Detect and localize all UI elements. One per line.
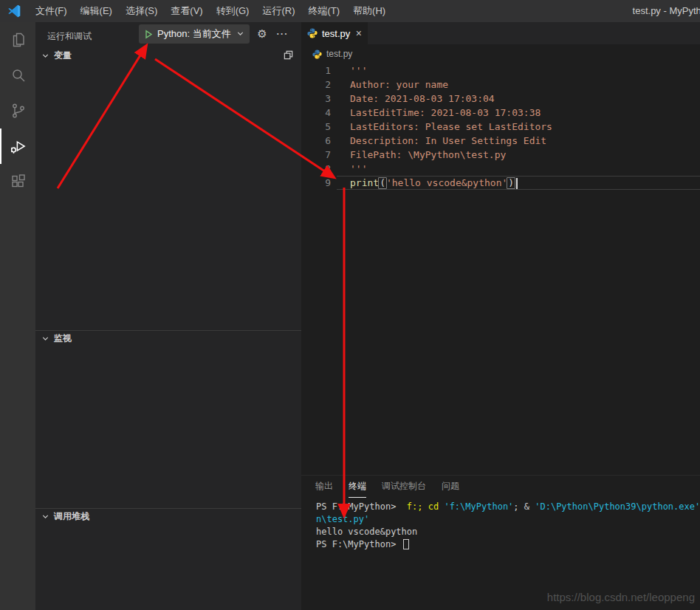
chevron-down-icon (41, 52, 49, 60)
menu-item[interactable]: 运行(R) (255, 0, 301, 22)
code-token: FilePath: \MyPython\test.py (350, 149, 506, 160)
source-control-icon[interactable] (0, 93, 35, 128)
code-token: LastEditors: Please set LastEditors (350, 121, 552, 132)
editor-group: test.py × test.py 1'''2Author: your name… (301, 22, 700, 475)
code-line: 7FilePath: \MyPython\test.py (301, 148, 700, 162)
code-token: 'hello vscode&python' (386, 177, 507, 188)
run-and-debug-icon[interactable] (0, 128, 35, 164)
menu-item[interactable]: 终端(T) (301, 0, 346, 22)
line-number: 9 (301, 176, 337, 190)
run-debug-sidebar: 运行和调试 Python: 当前文件 ⚙ ⋯ 变量 监视 调用堆栈 (35, 22, 301, 610)
code-line: 2Author: your name (301, 78, 700, 92)
terminal-line: hello vscode&python (316, 526, 700, 538)
panel-tab[interactable]: 终端 (349, 476, 366, 498)
variables-section-header[interactable]: 变量 (35, 47, 301, 64)
terminal-line: PS F:\MyPython> f:; cd 'f:\MyPython'; & … (316, 501, 700, 513)
code-line: 9print('hello vscode&python') (301, 176, 700, 190)
panel-tab[interactable]: 问题 (442, 476, 459, 498)
terminal-line: n\test.py' (316, 513, 700, 526)
code-token: LastEditTime: 2021-08-03 17:03:38 (350, 107, 541, 118)
code-token: Date: 2021-08-03 17:03:04 (350, 93, 495, 104)
editor-group-icon[interactable] (283, 49, 294, 61)
terminal[interactable]: PS F:\MyPython> f:; cd 'f:\MyPython'; & … (301, 498, 700, 551)
panel-tab[interactable]: 调试控制台 (382, 476, 426, 498)
line-number: 6 (301, 134, 337, 148)
terminal-text: cd (428, 501, 445, 512)
title-bar: 文件(F)编辑(E)选择(S)查看(V)转到(G)运行(R)终端(T)帮助(H)… (0, 0, 700, 22)
menu-item[interactable]: 编辑(E) (74, 0, 119, 22)
debug-config-label: Python: 当前文件 (157, 27, 231, 41)
panel-tab[interactable]: 输出 (315, 476, 333, 498)
code-line: 4LastEditTime: 2021-08-03 17:03:38 (301, 106, 700, 120)
line-number: 3 (301, 92, 337, 106)
terminal-text: 'f:\MyPython' (444, 501, 513, 512)
line-number: 2 (301, 78, 337, 92)
call-stack-section-label: 调用堆栈 (54, 510, 89, 523)
code-line: 1''' (301, 64, 700, 78)
terminal-cursor (403, 539, 409, 549)
terminal-text: f:; (407, 501, 428, 512)
code-line: 3Date: 2021-08-03 17:03:04 (301, 92, 700, 106)
line-number: 1 (301, 64, 337, 78)
code-token: ''' (350, 65, 367, 76)
menu-item[interactable]: 转到(G) (210, 0, 256, 22)
code-line: 8''' (301, 162, 700, 176)
code-token: ''' (350, 163, 367, 174)
watch-section-header[interactable]: 监视 (35, 330, 301, 346)
terminal-text: ; & (513, 501, 535, 512)
more-actions-icon[interactable]: ⋯ (273, 24, 291, 44)
sidebar-title: 运行和调试 (47, 30, 92, 43)
code-line: 6Description: In User Settings Edit (301, 134, 700, 148)
activity-bar (0, 22, 35, 610)
variables-section-label: 变量 (54, 49, 72, 62)
chevron-down-icon (236, 29, 244, 40)
terminal-text: hello vscode&python (316, 527, 417, 537)
call-stack-section-header[interactable]: 调用堆栈 (35, 508, 301, 524)
terminal-text: 'D:\Python\Python39\python.exe' (535, 501, 700, 512)
extensions-icon[interactable] (0, 164, 35, 199)
python-file-icon (312, 49, 322, 59)
bottom-panel: 输出终端调试控制台问题 PS F:\MyPython> f:; cd 'f:\M… (301, 475, 700, 610)
line-number: 7 (301, 148, 337, 162)
menu-bar: 文件(F)编辑(E)选择(S)查看(V)转到(G)运行(R)终端(T)帮助(H) (29, 0, 392, 22)
menu-item[interactable]: 查看(V) (164, 0, 209, 22)
tab-label: test.py (322, 28, 350, 39)
editor-tab-bar: test.py × (301, 22, 700, 44)
watermark: https://blog.csdn.net/leoppeng (547, 591, 695, 603)
terminal-text: n\test.py' (316, 514, 369, 524)
debug-start-icon[interactable] (144, 30, 153, 39)
window-title: test.py - MyPytho (633, 0, 700, 22)
terminal-line: PS F:\MyPython> (316, 538, 700, 551)
search-icon[interactable] (0, 58, 35, 93)
breadcrumb[interactable]: test.py (301, 44, 700, 64)
debug-config-dropdown[interactable]: Python: 当前文件 (139, 24, 250, 44)
text-cursor (516, 178, 518, 189)
code-editor[interactable]: 1'''2Author: your name3Date: 2021-08-03 … (301, 64, 700, 190)
watch-section-label: 监视 (54, 332, 72, 345)
menu-item[interactable]: 选择(S) (119, 0, 164, 22)
panel-tabs: 输出终端调试控制台问题 (301, 476, 700, 498)
breadcrumb-file: test.py (326, 49, 352, 59)
close-icon[interactable]: × (356, 28, 362, 38)
menu-item[interactable]: 文件(F) (29, 0, 74, 22)
chevron-down-icon (41, 335, 49, 343)
line-number: 8 (301, 162, 337, 176)
code-token: print (350, 177, 379, 188)
terminal-text: PS F:\MyPython> (316, 501, 407, 512)
tab-test-py[interactable]: test.py × (301, 22, 368, 44)
code-token: ) (507, 177, 515, 189)
code-line: 5LastEditors: Please set LastEditors (301, 120, 700, 134)
line-number: 5 (301, 120, 337, 134)
line-number: 4 (301, 106, 337, 120)
menu-item[interactable]: 帮助(H) (346, 0, 392, 22)
chevron-down-icon (41, 513, 49, 521)
code-token: Description: In User Settings Edit (350, 135, 546, 146)
terminal-text: PS F:\MyPython> (316, 539, 402, 549)
vscode-logo-icon (7, 4, 21, 18)
code-token: Author: your name (350, 79, 448, 90)
gear-icon[interactable]: ⚙ (253, 24, 271, 44)
python-file-icon (307, 28, 318, 38)
explorer-icon[interactable] (0, 22, 35, 58)
